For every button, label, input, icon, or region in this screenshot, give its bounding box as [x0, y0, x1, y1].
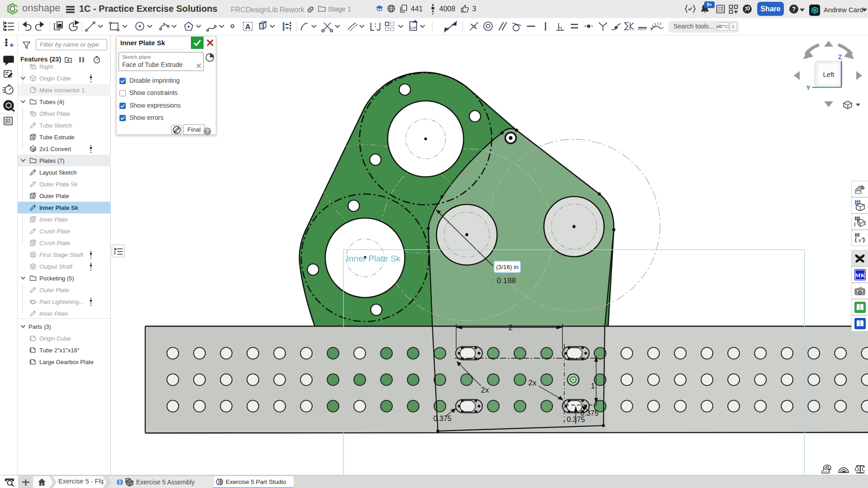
svg-text:x: x: [858, 237, 861, 243]
svg-text:Search tools...: Search tools...: [674, 23, 714, 30]
svg-text:(3/16) in: (3/16) in: [496, 264, 519, 270]
svg-text:alt/⌥: alt/⌥: [716, 24, 728, 29]
svg-text:c: c: [732, 24, 734, 29]
svg-text:2x: 2x: [481, 386, 489, 394]
svg-text:0.375: 0.375: [433, 415, 451, 422]
svg-text:MK: MK: [855, 272, 865, 279]
svg-text:Inner Plate Sk: Inner Plate Sk: [346, 254, 401, 263]
svg-text:2: 2: [508, 323, 512, 332]
svg-text:ƒ: ƒ: [491, 277, 495, 284]
svg-text:0.188: 0.188: [497, 276, 516, 285]
svg-text:Z: Z: [838, 53, 842, 61]
svg-text:Y: Y: [806, 84, 811, 91]
svg-text:?: ?: [792, 5, 796, 13]
svg-text:0.375: 0.375: [580, 409, 598, 417]
svg-text:DXF: DXF: [410, 26, 417, 30]
svg-text:A: A: [245, 23, 251, 31]
svg-text:▲●■: ▲●■: [858, 286, 862, 289]
svg-text:Left: Left: [823, 71, 835, 78]
svg-text:1: 1: [591, 382, 595, 390]
svg-text:2x: 2x: [528, 379, 536, 387]
